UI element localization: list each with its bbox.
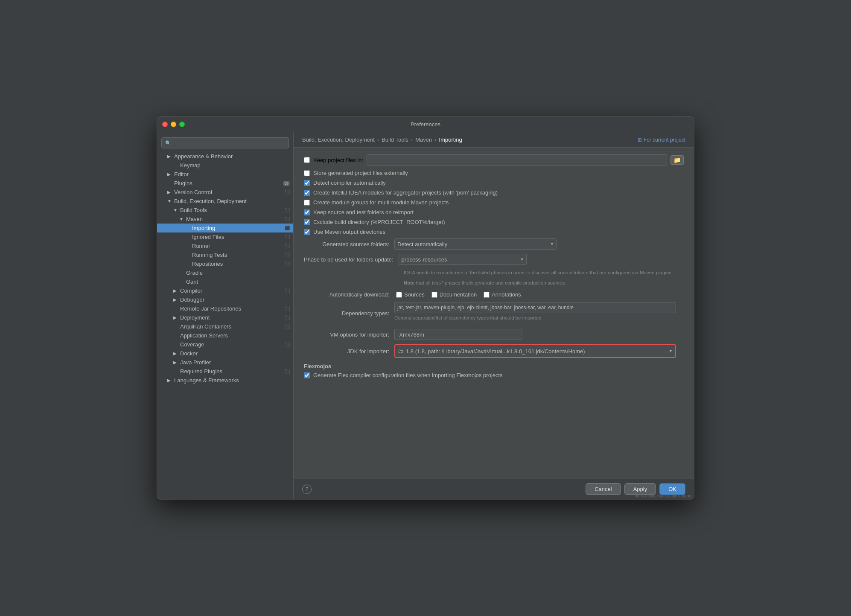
keep-project-label: Keep project files in:: [313, 157, 363, 163]
sidebar-item-build-exec[interactable]: ▼ Build, Execution, Deployment: [157, 197, 293, 206]
use-maven-row: Use Maven output directories: [304, 229, 684, 235]
close-button[interactable]: [162, 122, 168, 127]
sidebar-item-keymap[interactable]: Keymap: [157, 161, 293, 170]
sidebar-item-java-profiler[interactable]: ▶ Java Profiler: [157, 358, 293, 367]
jdk-dropdown-arrow: ▼: [669, 349, 673, 353]
sidebar-item-label: Running Tests: [192, 252, 227, 258]
documentation-checkbox[interactable]: [431, 292, 437, 298]
breadcrumb-part1[interactable]: Build, Execution, Deployment: [302, 137, 375, 143]
sidebar-item-lang-frameworks[interactable]: ▶ Languages & Frameworks: [157, 376, 293, 385]
sidebar-item-maven[interactable]: ▼ Maven ⬛: [157, 215, 293, 224]
sidebar-item-appearance[interactable]: ▶ Appearance & Behavior: [157, 152, 293, 161]
sidebar-item-docker[interactable]: ▶ Docker: [157, 349, 293, 358]
repo-icon: ⬛: [285, 306, 290, 311]
phase-control: process-resources generate-sources gener…: [399, 254, 684, 265]
minimize-button[interactable]: [171, 122, 176, 127]
keep-project-checkbox[interactable]: [304, 157, 310, 163]
search-box[interactable]: 🔍: [161, 137, 289, 148]
breadcrumb: Build, Execution, Deployment › Build Too…: [294, 132, 694, 148]
sidebar-item-editor[interactable]: ▶ Editor: [157, 170, 293, 179]
sidebar-item-ignored-files[interactable]: Ignored Files ⬛: [157, 232, 293, 241]
current-project-label: For current project: [644, 137, 685, 143]
sidebar-item-plugins[interactable]: Plugins 3: [157, 179, 293, 188]
sidebar-item-build-tools[interactable]: ▼ Build Tools ⬛: [157, 206, 293, 215]
vm-options-control: [394, 329, 684, 340]
arrow-icon: ▼: [179, 217, 184, 221]
window-title: Preferences: [411, 121, 440, 128]
maximize-button[interactable]: [179, 122, 185, 127]
phase-select[interactable]: process-resources generate-sources gener…: [399, 254, 527, 265]
repo-icon: ⬛: [285, 235, 290, 239]
sidebar-item-gradle[interactable]: Gradle: [157, 268, 293, 277]
sidebar-item-label: Debugger: [180, 296, 204, 303]
create-module-groups-checkbox[interactable]: [304, 200, 310, 206]
sidebar-item-remote-jar[interactable]: Remote Jar Repositories ⬛: [157, 304, 293, 313]
footer: ? Cancel Apply OK https://blog.csdn.net/…: [294, 479, 694, 499]
sidebar-item-label: Required Plugins: [180, 368, 222, 375]
sidebar-item-required-plugins[interactable]: Required Plugins ⬛: [157, 367, 293, 376]
sidebar-item-importing[interactable]: Importing ⬛: [157, 224, 293, 232]
help-button[interactable]: ?: [302, 485, 312, 494]
jdk-select-wrapper[interactable]: 🗂 1.8 (1.8, path: /Library/Java/JavaVirt…: [394, 344, 676, 358]
sidebar-item-label: Keymap: [180, 162, 201, 169]
sidebar-item-deployment[interactable]: ▶ Deployment ⬛: [157, 313, 293, 322]
ok-button[interactable]: OK: [659, 483, 685, 495]
exclude-build-label: Exclude build directory (%PROJECT_ROOT%/…: [313, 219, 445, 225]
generate-flex-checkbox[interactable]: [304, 372, 310, 378]
annotations-label: Annotations: [492, 291, 521, 298]
store-generated-row: Store generated project files externally: [304, 170, 684, 176]
dependency-row: Dependency types: Comma separated list o…: [304, 302, 684, 325]
detect-compiler-checkbox[interactable]: [304, 180, 310, 186]
jdk-value: 1.8 (1.8, path: /Library/Java/JavaVirtua…: [406, 348, 585, 354]
flexmojos-title: Flexmojos: [304, 363, 684, 369]
current-project-link[interactable]: ⊞ For current project: [638, 137, 685, 143]
sidebar-item-debugger[interactable]: ▶ Debugger: [157, 295, 293, 304]
gen-sources-select[interactable]: Detect automatically target/generated-so…: [394, 238, 557, 250]
annotations-checkbox[interactable]: [484, 292, 490, 298]
sources-checkbox[interactable]: [396, 292, 402, 298]
main-panel: Build, Execution, Deployment › Build Too…: [294, 132, 694, 499]
sidebar-item-version-control[interactable]: ▶ Version Control ⬛: [157, 188, 293, 197]
flexmojos-section: Flexmojos Generate Flex compiler configu…: [304, 363, 684, 378]
breadcrumb-part2[interactable]: Build Tools: [382, 137, 408, 143]
watermark: https://blog.csdn.net/luxiaoruo: [635, 494, 691, 498]
store-generated-label: Store generated project files externally: [313, 170, 408, 176]
jdk-control: 🗂 1.8 (1.8, path: /Library/Java/JavaVirt…: [394, 344, 684, 358]
store-generated-checkbox[interactable]: [304, 170, 310, 176]
sidebar-item-running-tests[interactable]: Running Tests ⬛: [157, 250, 293, 259]
sidebar-item-app-servers[interactable]: Application Servers: [157, 331, 293, 340]
vm-options-input[interactable]: [394, 329, 522, 340]
sidebar-item-repositories[interactable]: Repositories ⬛: [157, 259, 293, 268]
repo-icon: ⬛: [285, 226, 290, 230]
create-intellij-checkbox[interactable]: [304, 190, 310, 196]
sidebar-item-gant[interactable]: Gant: [157, 277, 293, 286]
jdk-select-display: 🗂 1.8 (1.8, path: /Library/Java/JavaVirt…: [395, 345, 675, 357]
keep-project-folder-btn[interactable]: 📁: [670, 155, 684, 165]
sidebar-item-label: Compiler: [180, 288, 202, 294]
keep-project-input[interactable]: [367, 154, 667, 166]
breadcrumb-part3[interactable]: Maven: [415, 137, 432, 143]
repo-icon: ⬛: [285, 208, 290, 212]
breadcrumb-current: Importing: [439, 137, 462, 143]
use-maven-checkbox[interactable]: [304, 229, 310, 235]
sidebar-item-label: Editor: [174, 171, 189, 177]
arrow-icon: ▶: [173, 315, 178, 320]
exclude-build-row: Exclude build directory (%PROJECT_ROOT%/…: [304, 219, 684, 225]
apply-button[interactable]: Apply: [624, 483, 656, 495]
keep-source-checkbox[interactable]: [304, 209, 310, 215]
arrow-icon: ▶: [173, 351, 178, 356]
dependency-input[interactable]: [394, 302, 676, 313]
sidebar-item-arquillian[interactable]: Arquillian Containers ⬛: [157, 322, 293, 331]
auto-download-row: Automatically download: Sources Document…: [304, 291, 684, 298]
gen-sources-label: Generated sources folders:: [304, 241, 389, 247]
repo-icon: ⬛: [285, 217, 290, 221]
repo-icon: ⬛: [285, 369, 290, 374]
sidebar-item-coverage[interactable]: Coverage ⬛: [157, 340, 293, 349]
sidebar-item-runner[interactable]: Runner ⬛: [157, 241, 293, 250]
exclude-build-checkbox[interactable]: [304, 219, 310, 225]
sidebar-item-compiler[interactable]: ▶ Compiler ⬛: [157, 286, 293, 295]
cancel-button[interactable]: Cancel: [586, 483, 621, 495]
project-icon: ⊞: [638, 137, 642, 143]
search-input[interactable]: [174, 140, 285, 146]
create-module-groups-row: Create module groups for multi-module Ma…: [304, 199, 684, 206]
